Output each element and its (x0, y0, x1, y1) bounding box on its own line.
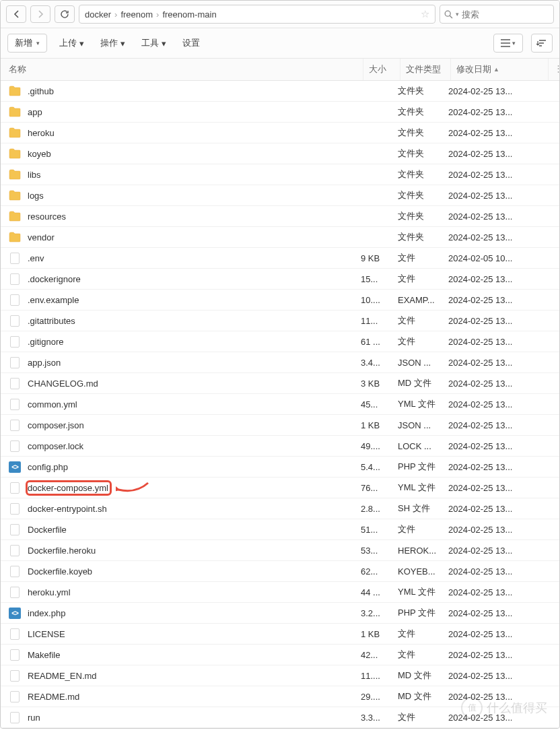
breadcrumb[interactable]: docker›freenom›freenom-main ☆ (79, 5, 435, 24)
file-row[interactable]: .env.example10....EXAMP...2024-02-25 13.… (1, 290, 559, 310)
file-date: 2024-02-25 13... (448, 337, 554, 347)
file-size: 1 KB (361, 629, 398, 639)
file-size: 62... (361, 566, 398, 577)
file-size: 42... (361, 650, 398, 660)
file-date: 2024-02-25 13... (448, 295, 554, 305)
tool-button[interactable]: 工具▾ (137, 37, 170, 49)
column-more[interactable]: ⋮ (549, 59, 559, 80)
file-type: 文件夹 (398, 231, 448, 243)
file-icon (9, 419, 21, 431)
file-icon (9, 649, 21, 661)
file-date: 2024-02-25 13... (448, 462, 554, 472)
file-date: 2024-02-25 13... (448, 650, 554, 660)
column-size[interactable]: 大小 (363, 59, 400, 80)
file-row[interactable]: .gitattributes11...文件2024-02-25 13... (1, 310, 559, 331)
file-row[interactable]: .gitignore61 ...文件2024-02-25 13... (1, 331, 559, 352)
file-row[interactable]: .env9 KB文件2024-02-05 10... (1, 248, 559, 269)
file-row[interactable]: run3.3...文件2024-02-25 13... (1, 707, 559, 728)
star-icon[interactable]: ☆ (421, 8, 429, 20)
breadcrumb-segment[interactable]: docker (85, 9, 111, 20)
column-type[interactable]: 文件类型 (400, 59, 451, 80)
file-row[interactable]: CHANGELOG.md3 KBMD 文件2024-02-25 13... (1, 373, 559, 394)
refresh-button[interactable] (55, 5, 75, 23)
sort-button[interactable] (531, 34, 553, 53)
file-row[interactable]: docker-entrypoint.sh2.8...SH 文件2024-02-2… (1, 498, 559, 519)
file-row[interactable]: app.json3.4...JSON ...2024-02-25 13... (1, 352, 559, 373)
column-name[interactable]: 名称 (1, 59, 363, 80)
search-box[interactable]: ▾ (440, 5, 554, 24)
file-date: 2024-02-25 13... (448, 629, 554, 639)
file-type: MD 文件 (398, 377, 448, 389)
table-header: 名称 大小 文件类型 修改日期▲ ⋮ (1, 59, 559, 81)
file-size: 3.4... (361, 358, 398, 368)
folder-icon (9, 106, 21, 118)
file-type: PHP 文件 (398, 461, 448, 473)
file-row[interactable]: LICENSE1 KB文件2024-02-25 13... (1, 624, 559, 645)
file-row[interactable]: vendor文件夹2024-02-25 13... (1, 227, 559, 248)
file-date: 2024-02-25 13... (448, 483, 554, 493)
file-size: 1 KB (361, 420, 398, 430)
file-icon (9, 440, 21, 452)
file-icon (9, 565, 21, 577)
chevron-left-icon (13, 10, 20, 18)
file-row[interactable]: Dockerfile.koyeb62...KOYEB...2024-02-25 … (1, 561, 559, 582)
file-icon (9, 711, 21, 723)
file-row[interactable]: heroku文件夹2024-02-25 13... (1, 123, 559, 143)
file-row[interactable]: composer.lock49....LOCK ...2024-02-25 13… (1, 436, 559, 457)
folder-icon (9, 168, 21, 181)
file-row[interactable]: README_EN.md11....MD 文件2024-02-25 13... (1, 665, 559, 686)
file-name: run (28, 713, 40, 723)
file-type: KOYEB... (398, 566, 448, 577)
file-date: 2024-02-25 13... (448, 546, 554, 556)
file-row[interactable]: docker-compose.yml76...YML 文件2024-02-25 … (1, 478, 559, 498)
code-file-icon: <> (9, 461, 21, 473)
settings-button[interactable]: 设置 (178, 37, 204, 49)
file-date: 2024-02-25 13... (448, 149, 554, 159)
file-row[interactable]: resources文件夹2024-02-25 13... (1, 206, 559, 227)
refresh-icon (60, 9, 69, 19)
file-type: YML 文件 (398, 586, 448, 598)
file-date: 2024-02-25 13... (448, 86, 554, 96)
file-row[interactable]: <>config.php5.4...PHP 文件2024-02-25 13... (1, 457, 559, 478)
file-row[interactable]: koyeb文件夹2024-02-25 13... (1, 143, 559, 164)
file-row[interactable]: Makefile42...文件2024-02-25 13... (1, 645, 559, 665)
file-row[interactable]: <>index.php3.2...PHP 文件2024-02-25 13... (1, 603, 559, 624)
breadcrumb-segment[interactable]: freenom (120, 9, 153, 20)
file-date: 2024-02-25 13... (448, 358, 554, 368)
file-row[interactable]: README.md29....MD 文件2024-02-25 13... (1, 686, 559, 707)
file-date: 2024-02-25 13... (448, 211, 554, 222)
file-size: 53... (361, 546, 398, 556)
file-row[interactable]: heroku.yml44 ...YML 文件2024-02-25 13... (1, 582, 559, 603)
nav-back-button[interactable] (6, 5, 26, 23)
folder-icon (9, 231, 21, 243)
file-row[interactable]: app文件夹2024-02-25 13... (1, 102, 559, 123)
file-row[interactable]: Dockerfile51...文件2024-02-25 13... (1, 519, 559, 540)
file-date: 2024-02-25 13... (448, 525, 554, 535)
file-row[interactable]: common.yml45...YML 文件2024-02-25 13... (1, 394, 559, 415)
file-date: 2024-02-25 13... (448, 420, 554, 430)
column-date[interactable]: 修改日期▲ (451, 59, 549, 80)
file-size: 5.4... (361, 462, 398, 472)
file-type: YML 文件 (398, 482, 448, 494)
file-name: common.yml (28, 399, 77, 410)
file-name: app.json (28, 358, 61, 368)
view-list-button[interactable]: ▾ (493, 34, 523, 53)
file-type: 文件 (398, 273, 448, 285)
new-button[interactable]: 新增▾ (7, 34, 47, 53)
file-row[interactable]: Dockerfile.heroku53...HEROK...2024-02-25… (1, 540, 559, 561)
breadcrumb-segment[interactable]: freenom-main (162, 9, 216, 20)
nav-forward-button[interactable] (30, 5, 50, 23)
file-row[interactable]: libs文件夹2024-02-25 13... (1, 164, 559, 185)
file-icon (9, 315, 21, 327)
file-name: README.md (28, 692, 79, 702)
file-row[interactable]: .github文件夹2024-02-25 13... (1, 81, 559, 102)
file-row[interactable]: .dockerignore15...文件2024-02-25 13... (1, 269, 559, 290)
file-row[interactable]: logs文件夹2024-02-25 13... (1, 185, 559, 206)
search-input[interactable] (462, 9, 549, 20)
action-button[interactable]: 操作▾ (96, 37, 129, 49)
file-type: 文件 (398, 628, 448, 640)
file-row[interactable]: composer.json1 KBJSON ...2024-02-25 13..… (1, 415, 559, 436)
upload-button[interactable]: 上传▾ (55, 37, 88, 49)
file-type: MD 文件 (398, 669, 448, 682)
file-name: Makefile (28, 650, 60, 660)
